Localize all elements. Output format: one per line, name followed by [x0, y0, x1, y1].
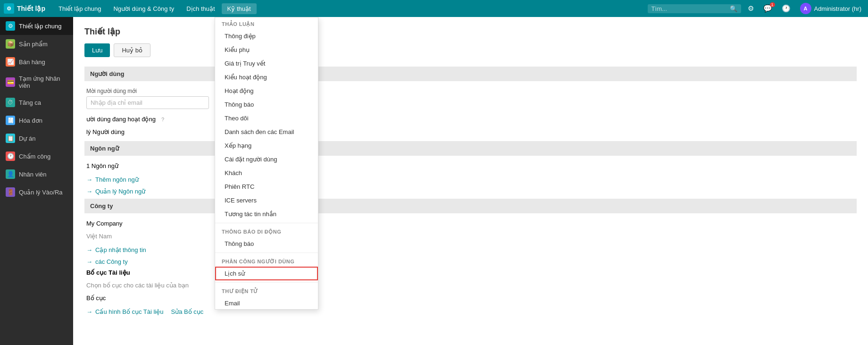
dropdown-section-2: Phân công người dùng: [215, 255, 318, 267]
sidebar-label-9: Quản lý Vào/Ra: [19, 189, 63, 196]
manage-companies-link[interactable]: → các Công ty: [84, 257, 857, 266]
active-users-row: ười dùng đang hoạt động ?: [84, 116, 857, 123]
dropdown-item-0-5[interactable]: Thông báo: [215, 98, 318, 111]
dropdown-item-0-0[interactable]: Thông điệp: [215, 29, 318, 43]
sidebar-icon-8: 👤: [6, 169, 15, 179]
country-row: Việt Nam: [84, 233, 857, 240]
sidebar-label-5: Hóa đơn: [19, 117, 42, 124]
sidebar-label-0: Thiết lập chung: [19, 23, 61, 30]
sidebar-item-san-pham[interactable]: 📦 Sản phẩm: [0, 35, 73, 53]
dropdown-item-0-8[interactable]: Xếp hạng: [215, 139, 318, 152]
dropdown-item-0-13[interactable]: Tương tác tin nhắn: [215, 207, 318, 221]
sidebar-item-quan-ly-vao-ra[interactable]: 🚪 Quản lý Vào/Ra: [0, 183, 73, 201]
page-title: Thiết lập: [84, 26, 857, 37]
sidebar-item-nhan-vien[interactable]: 👤 Nhân viên: [0, 165, 73, 183]
dropdown-section-3: Thư điện tử: [215, 285, 318, 296]
user-info[interactable]: A Administrator (hr): [797, 2, 864, 15]
manage-language-link[interactable]: → Quản lý Ngôn ngữ: [84, 187, 857, 196]
language-section-header: Ngôn ngữ: [84, 141, 857, 156]
dropdown-item-0-11[interactable]: Phiên RTC: [215, 180, 318, 194]
save-button[interactable]: Lưu: [84, 43, 110, 57]
doc-layout-header: Bố cục Tài liệu: [86, 269, 130, 276]
invite-user-group: Mời người dùng mới: [84, 88, 857, 109]
nav-item-nguoi-dung[interactable]: Người dùng & Công ty: [108, 3, 180, 14]
active-users-label: ười dùng đang hoạt động: [86, 116, 156, 123]
sidebar-item-du-an[interactable]: 📋 Dự án: [0, 129, 73, 147]
dropdown-item-0-3[interactable]: Kiểu hoạt động: [215, 70, 318, 84]
sidebar-item-cham-cong[interactable]: 🕐 Chấm công: [0, 147, 73, 165]
sidebar-icon-3: 💳: [6, 77, 15, 87]
doc-layout-desc: Chọn bố cục cho các tài liệu của bạn: [86, 282, 189, 289]
update-info-link[interactable]: → Cập nhật thông tin: [84, 245, 857, 254]
main-content: Thiết lập Lưu Huỷ bỏ Người dùng Mời ngườ…: [73, 17, 868, 345]
dropdown-section-0: Thảo luận: [215, 17, 318, 29]
add-language-link[interactable]: → Thêm ngôn ngữ: [84, 175, 857, 184]
company-name: My Company: [86, 220, 123, 227]
nav-item-dich-thuat[interactable]: Dịch thuật: [181, 3, 220, 14]
sidebar-icon-2: 📈: [6, 57, 15, 67]
divider-0: [215, 223, 318, 223]
sidebar-icon-6: 📋: [6, 134, 15, 143]
sidebar-item-ban-hang[interactable]: 📈 Bán hàng: [0, 53, 73, 71]
dropdown-item-1-0[interactable]: Thông báo: [215, 237, 318, 251]
dropdown-item-0-2[interactable]: Giá trị Truy vết: [215, 57, 318, 70]
arrow-icon4: →: [86, 258, 92, 265]
brand-icon: ⚙: [4, 3, 14, 14]
dropdown-item-0-1[interactable]: Kiểu phụ: [215, 43, 318, 57]
manage-users-label: lý Người dùng: [86, 128, 125, 135]
divider-1: [215, 252, 318, 253]
user-label: Administrator (hr): [814, 5, 861, 12]
layout-label-row: Bố cục: [84, 295, 857, 302]
arrow-icon3: →: [86, 246, 92, 253]
sidebar-label-2: Bán hàng: [19, 59, 45, 66]
nav-item-ky-thuat[interactable]: Kỹ thuật: [222, 3, 257, 14]
search-input[interactable]: [651, 5, 727, 12]
sidebar-icon-0: ⚙: [6, 21, 15, 31]
sidebar-item-tam-ung[interactable]: 💳 Tạm ứng Nhân viên: [0, 71, 73, 93]
company-section-header: Công ty: [84, 199, 857, 213]
doc-layout-header-row: Bố cục Tài liệu: [84, 269, 857, 276]
nav-item-thiet-lap-chung[interactable]: Thiết lập chung: [53, 3, 107, 14]
sidebar-item-thiet-lap-chung[interactable]: ⚙ Thiết lập chung: [0, 17, 73, 35]
sidebar-label-6: Dự án: [19, 135, 35, 142]
help-icon: ?: [161, 117, 164, 122]
config-layout-link[interactable]: → Cấu hình Bố cục Tài liệu Sửa Bố cục: [84, 307, 857, 316]
dropdown-item-0-9[interactable]: Cài đặt người dùng: [215, 152, 318, 166]
dropdown-item-0-6[interactable]: Theo dõi: [215, 111, 318, 125]
sidebar-icon-7: 🕐: [6, 151, 15, 161]
settings-icon[interactable]: ⚙: [745, 3, 757, 14]
sidebar-icon-1: 📦: [6, 39, 15, 49]
sidebar-item-hoa-don[interactable]: 🧾 Hóa đơn: [0, 111, 73, 129]
sidebar-label-7: Chấm công: [19, 153, 50, 160]
avatar: A: [800, 3, 811, 14]
divider-2: [215, 282, 318, 283]
dropdown-item-2-0[interactable]: Lịch sử: [215, 267, 318, 280]
dropdown-menu: Thảo luậnThông điệpKiểu phụGiá trị Truy …: [215, 17, 318, 310]
sidebar-label-4: Tăng ca: [19, 99, 41, 106]
dropdown-item-0-4[interactable]: Hoạt động: [215, 84, 318, 98]
sidebar-label-3: Tạm ứng Nhân viên: [19, 75, 67, 89]
sidebar-item-tang-ca[interactable]: ⏱ Tăng ca: [0, 93, 73, 111]
manage-users-row: lý Người dùng: [84, 128, 857, 135]
email-input[interactable]: [86, 96, 209, 109]
dropdown-item-0-7[interactable]: Danh sách đen các Email: [215, 125, 318, 139]
sidebar-label-1: Sản phẩm: [19, 41, 48, 48]
sidebar-label-8: Nhân viên: [19, 171, 47, 178]
main-layout: ⚙ Thiết lập chung 📦 Sản phẩm 📈 Bán hàng …: [0, 17, 868, 345]
sidebar: ⚙ Thiết lập chung 📦 Sản phẩm 📈 Bán hàng …: [0, 17, 73, 345]
search-icon[interactable]: 🔍: [730, 5, 737, 12]
action-buttons: Lưu Huỷ bỏ: [84, 43, 857, 57]
country-name: Việt Nam: [86, 233, 112, 240]
invite-label: Mời người dùng mới: [86, 88, 855, 94]
dropdown-item-3-0[interactable]: Email: [215, 296, 318, 310]
cancel-button[interactable]: Huỷ bỏ: [114, 43, 150, 57]
layout-label: Bố cục: [86, 295, 106, 302]
brand[interactable]: ⚙ Thiết lập: [4, 3, 45, 14]
brand-name: Thiết lập: [17, 5, 45, 12]
chat-icon[interactable]: 💬 1: [760, 3, 775, 14]
sidebar-icon-5: 🧾: [6, 116, 15, 125]
dropdown-item-0-10[interactable]: Khách: [215, 166, 318, 180]
arrow-icon5: →: [86, 308, 92, 315]
dropdown-item-0-12[interactable]: ICE servers: [215, 194, 318, 207]
clock-icon[interactable]: 🕐: [779, 3, 793, 14]
